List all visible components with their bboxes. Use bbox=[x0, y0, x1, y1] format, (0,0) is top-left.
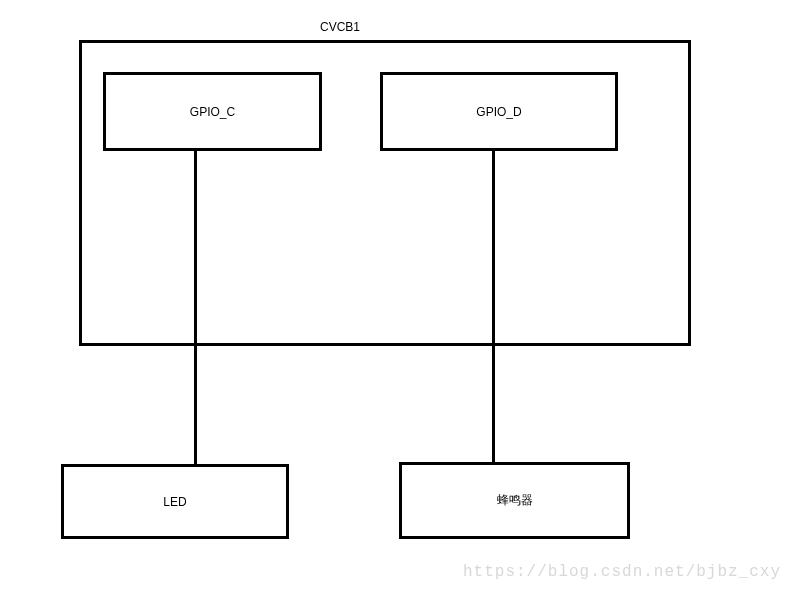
buzzer-box: 蜂鸣器 bbox=[399, 462, 630, 539]
watermark-text: https://blog.csdn.net/bjbz_cxy bbox=[463, 563, 781, 581]
gpio-c-box: GPIO_C bbox=[103, 72, 322, 151]
gpio-d-label: GPIO_D bbox=[476, 105, 521, 119]
main-container-title: CVCB1 bbox=[310, 20, 370, 34]
led-box: LED bbox=[61, 464, 289, 539]
gpio-c-label: GPIO_C bbox=[190, 105, 235, 119]
led-label: LED bbox=[163, 495, 186, 509]
connector-gpio-c-led bbox=[194, 149, 197, 466]
connector-gpio-d-buzzer bbox=[492, 149, 495, 464]
buzzer-label: 蜂鸣器 bbox=[497, 492, 533, 509]
gpio-d-box: GPIO_D bbox=[380, 72, 618, 151]
